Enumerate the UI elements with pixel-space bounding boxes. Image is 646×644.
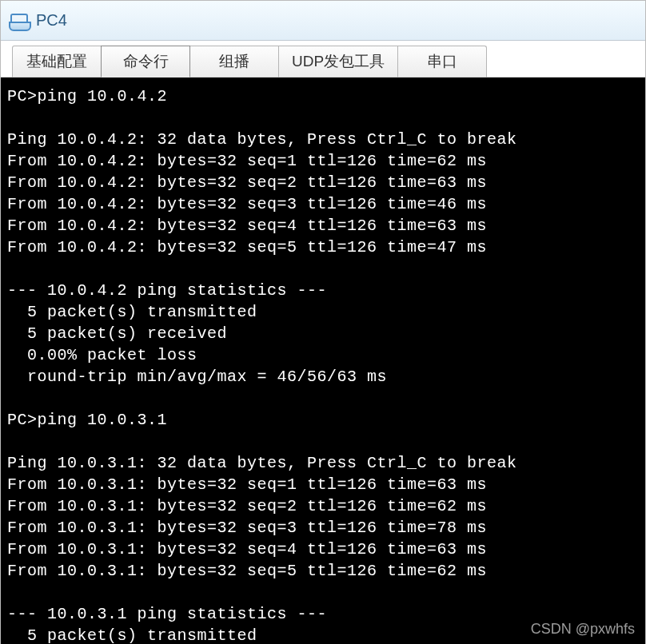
tab-serial[interactable]: 串口	[397, 46, 487, 78]
tab-mcast-label: 组播	[219, 51, 249, 72]
window-title: PC4	[36, 11, 67, 30]
tab-basic-config[interactable]: 基础配置	[12, 46, 102, 78]
tab-basic-label: 基础配置	[26, 51, 87, 72]
titlebar[interactable]: PC4	[1, 1, 645, 41]
tab-udp-tool[interactable]: UDP发包工具	[278, 46, 398, 78]
tab-bar: 基础配置 命令行 组播 UDP发包工具 串口	[1, 41, 645, 78]
terminal-output[interactable]: PC>ping 10.0.4.2 Ping 10.0.4.2: 32 data …	[1, 78, 645, 644]
tab-cli-label: 命令行	[123, 51, 169, 72]
tab-serial-label: 串口	[427, 51, 457, 72]
tab-multicast[interactable]: 组播	[189, 46, 279, 78]
tab-command-line[interactable]: 命令行	[101, 46, 190, 78]
pc-icon	[9, 10, 30, 31]
app-window: PC4 基础配置 命令行 组播 UDP发包工具 串口 PC>ping 10.0.…	[0, 0, 646, 644]
tab-udp-label: UDP发包工具	[292, 51, 385, 72]
